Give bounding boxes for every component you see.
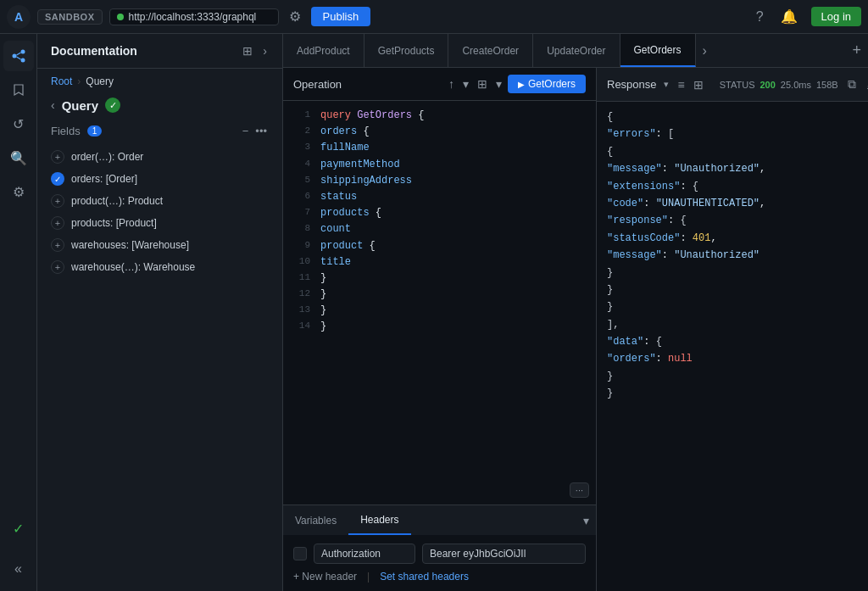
field-item[interactable]: + warehouses: [Warehouse] — [37, 234, 282, 256]
response-line: "errors": [ — [607, 125, 858, 142]
sidebar-nav-collapse[interactable]: « — [3, 554, 34, 584]
line-number: 2 — [290, 124, 310, 140]
header-checkbox[interactable] — [293, 547, 307, 560]
publish-button[interactable]: Publish — [311, 7, 371, 26]
field-name: order(…): Order — [71, 151, 143, 163]
response-size: 158B — [816, 80, 838, 90]
svg-line-3 — [16, 53, 20, 55]
line-content: } — [320, 319, 326, 335]
connection-status-dot — [117, 14, 124, 20]
field-item[interactable]: ✓ orders: [Order] — [37, 168, 282, 190]
code-editor[interactable]: 1query GetOrders {2 orders {3 fullName4 … — [283, 101, 596, 505]
response-time: 25.0ms — [781, 80, 811, 90]
login-button[interactable]: Log in — [811, 7, 861, 26]
svg-point-0 — [12, 54, 16, 59]
op-dropdown-btn[interactable]: ▾ — [460, 75, 471, 93]
header-key-input[interactable] — [314, 544, 415, 564]
query-name: Query — [62, 98, 98, 113]
code-line: 14} — [283, 319, 596, 335]
field-add-btn[interactable]: + — [51, 194, 64, 208]
var-collapse-btn[interactable]: ▾ — [576, 514, 596, 527]
op-settings-btn[interactable]: ⊞ — [475, 75, 490, 93]
breadcrumb-root[interactable]: Root — [51, 75, 72, 87]
svg-line-4 — [16, 57, 20, 59]
add-header-link[interactable]: + New header — [293, 571, 357, 583]
tab-getproducts[interactable]: GetProducts — [364, 34, 449, 67]
right-area: AddProductGetProductsCreateOrderUpdateOr… — [283, 34, 868, 591]
line-content: } — [320, 303, 326, 319]
response-list-view-btn[interactable]: ≡ — [676, 75, 687, 94]
response-icons: ≡ ⊞ — [676, 75, 706, 94]
notifications-button[interactable]: 🔔 — [777, 5, 801, 28]
doc-close-btn[interactable]: › — [261, 42, 269, 59]
content-area: Operation ↑ ▾ ⊞ ▾ ▶ GetOrders 1query Get… — [283, 68, 868, 591]
line-content: fullName — [320, 140, 370, 156]
header-value-input[interactable] — [422, 544, 586, 564]
headers-tab-label: Headers — [360, 514, 398, 526]
field-list: + order(…): Order✓ orders: [Order]+ prod… — [37, 142, 282, 282]
code-line: 13 } — [283, 303, 596, 319]
status-label: STATUS — [720, 80, 755, 90]
field-add-btn[interactable]: + — [51, 216, 64, 230]
icon-sidebar: ↺ 🔍 ⚙ ✓ « — [0, 34, 37, 591]
response-download-btn[interactable]: ⤓ — [862, 75, 868, 94]
field-item[interactable]: + product(…): Product — [37, 190, 282, 212]
sidebar-nav-check[interactable]: ✓ — [3, 513, 34, 544]
code-more-button[interactable]: ··· — [570, 482, 589, 498]
fields-minus-btn[interactable]: − — [241, 123, 251, 139]
sidebar-nav-settings[interactable]: ⚙ — [3, 176, 34, 207]
sidebar-nav-schema[interactable] — [3, 41, 34, 71]
field-name: warehouse(…): Warehouse — [71, 261, 195, 273]
line-content: count — [320, 221, 351, 237]
field-check-btn[interactable]: ✓ — [51, 172, 64, 186]
doc-title: Documentation — [51, 44, 137, 58]
set-shared-headers-link[interactable]: Set shared headers — [380, 571, 469, 583]
url-settings-button[interactable]: ⚙ — [286, 5, 304, 28]
operation-header: Operation ↑ ▾ ⊞ ▾ ▶ GetOrders — [283, 68, 596, 101]
response-line: "data": { — [607, 333, 858, 350]
back-button[interactable]: ‹ — [51, 98, 55, 112]
op-share-btn[interactable]: ↑ — [446, 75, 457, 93]
line-content: status — [320, 189, 357, 205]
response-line: } — [607, 282, 858, 298]
logo-button[interactable]: A — [7, 5, 31, 29]
field-name: warehouses: [Warehouse] — [71, 239, 189, 251]
fields-more-btn[interactable]: ••• — [253, 123, 269, 139]
sidebar-nav-bookmark[interactable] — [3, 75, 34, 105]
tabs-more-button[interactable]: › — [696, 34, 714, 67]
doc-expand-btn[interactable]: ⊞ — [241, 42, 254, 59]
doc-query-header: ‹ Query ✓ — [37, 94, 282, 120]
run-button[interactable]: ▶ GetOrders — [508, 75, 586, 93]
tabs-add-button[interactable]: + — [845, 34, 868, 67]
op-more-btn[interactable]: ▾ — [493, 75, 504, 93]
code-line: 5 shippingAddress — [283, 173, 596, 189]
response-line: "message": "Unauthorized", — [607, 160, 858, 177]
line-content: shippingAddress — [320, 173, 412, 189]
operation-header-icons: ↑ ▾ ⊞ ▾ ▶ GetOrders — [446, 75, 586, 93]
field-item[interactable]: + warehouse(…): Warehouse — [37, 256, 282, 278]
sidebar-nav-search[interactable]: 🔍 — [3, 142, 34, 173]
variables-tab-label: Variables — [295, 515, 337, 527]
response-line: "orders": null — [607, 350, 858, 367]
help-button[interactable]: ? — [753, 6, 767, 28]
response-line: "code": "UNAUTHENTICATED", — [607, 195, 858, 212]
tab-updateorder[interactable]: UpdateOrder — [533, 34, 620, 67]
sidebar-nav-history[interactable]: ↺ — [3, 109, 34, 139]
tab-addproduct[interactable]: AddProduct — [283, 34, 364, 67]
response-table-view-btn[interactable]: ⊞ — [691, 75, 706, 94]
code-line: 3 fullName — [283, 140, 596, 156]
code-line: 11 } — [283, 270, 596, 287]
tab-headers[interactable]: Headers — [348, 505, 410, 535]
tab-variables[interactable]: Variables — [283, 505, 348, 535]
code-line: 1query GetOrders { — [283, 108, 596, 124]
field-item[interactable]: + products: [Product] — [37, 212, 282, 234]
tab-createorder[interactable]: CreateOrder — [448, 34, 533, 67]
line-number: 5 — [290, 173, 310, 189]
field-add-btn[interactable]: + — [51, 260, 64, 274]
field-add-btn[interactable]: + — [51, 150, 64, 164]
breadcrumb-separator: › — [77, 75, 81, 87]
response-copy-btn[interactable]: ⧉ — [845, 75, 859, 94]
field-add-btn[interactable]: + — [51, 238, 64, 252]
field-item[interactable]: + order(…): Order — [37, 146, 282, 168]
tab-getorders[interactable]: GetOrders — [620, 34, 696, 67]
